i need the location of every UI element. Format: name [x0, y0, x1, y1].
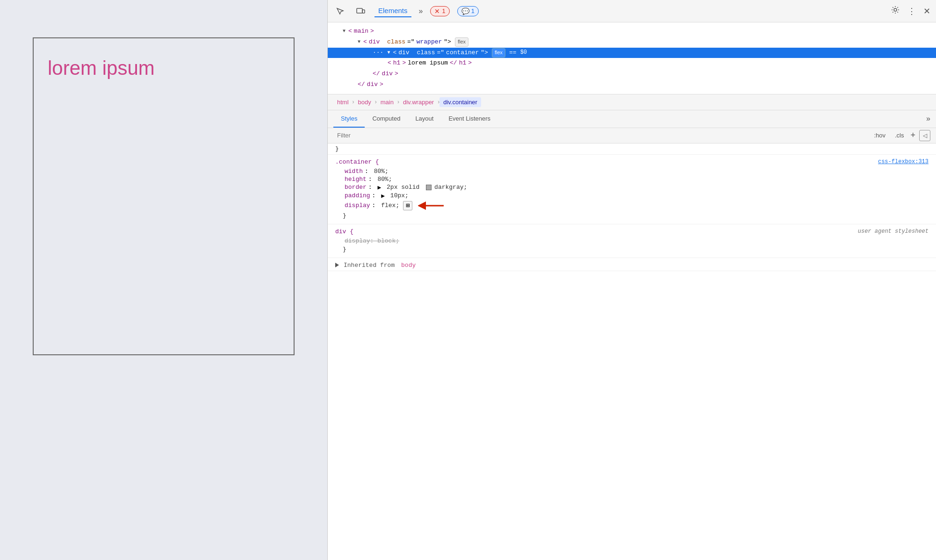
- inherited-from-header: Inherited from body: [328, 258, 936, 271]
- error-x-icon: ✕: [434, 7, 440, 15]
- devtools-panel: Elements » ✕ 1 💬 1 ⋮ ✕ ▼ <main> ▼ <div: [327, 0, 936, 560]
- inherited-from-link[interactable]: body: [401, 262, 416, 269]
- container-source[interactable]: css-flexbox:313: [878, 158, 929, 165]
- filter-bar: :hov .cls + ◁: [328, 128, 936, 144]
- more-tabs-icon[interactable]: »: [926, 115, 930, 123]
- container-rule-header: .container { css-flexbox:313: [335, 158, 929, 165]
- info-count: 1: [471, 7, 475, 14]
- styles-panel: } .container { css-flexbox:313 width: 80…: [328, 144, 936, 560]
- svg-rect-1: [362, 10, 365, 13]
- div-close-brace: }: [335, 245, 929, 254]
- browser-viewport: lorem ipsum: [0, 0, 327, 560]
- prop-padding: padding: ▶ 10px;: [335, 192, 929, 200]
- error-count: 1: [442, 7, 445, 14]
- info-icon: 💬: [461, 7, 469, 15]
- breadcrumb-bar: html › body › main › div.wrapper › div.c…: [328, 94, 936, 110]
- prop-border: border: ▶ 2px solid darkgray;: [335, 183, 929, 192]
- div-rule: div { user agent stylesheet display: blo…: [328, 224, 936, 258]
- inspect-element-icon[interactable]: [333, 5, 346, 18]
- dom-line-h1[interactable]: <h1>lorem ipsum</h1>: [328, 58, 936, 69]
- container-selector: .container {: [335, 158, 379, 165]
- container-close-brace: }: [335, 211, 929, 220]
- toggle-sidebar-button[interactable]: ◁: [919, 130, 930, 141]
- styles-tabs-row: Styles Computed Layout Event Listeners »: [328, 110, 936, 128]
- breadcrumb-html[interactable]: html: [333, 97, 353, 107]
- darkgray-swatch[interactable]: [426, 185, 432, 190]
- container-flex-badge: flex: [492, 48, 505, 57]
- hov-button[interactable]: :hov: [871, 130, 888, 140]
- info-badge[interactable]: 💬 1: [457, 6, 479, 16]
- inherited-label: Inherited from: [344, 262, 398, 269]
- lorem-heading: lorem ipsum: [38, 43, 164, 350]
- svg-point-2: [894, 8, 897, 11]
- breadcrumb-body[interactable]: body: [354, 97, 375, 107]
- tab-event-listeners[interactable]: Event Listeners: [441, 110, 498, 128]
- div-source: user agent stylesheet: [858, 228, 929, 235]
- div-selector: div {: [335, 228, 353, 235]
- flex-display-icon[interactable]: ⊞: [403, 201, 412, 210]
- error-badge[interactable]: ✕ 1: [430, 6, 449, 16]
- wrapper-flex-badge: flex: [455, 37, 468, 47]
- cls-button[interactable]: .cls: [892, 130, 907, 140]
- dom-line-main[interactable]: ▼ <main>: [328, 26, 936, 37]
- div-rule-header: div { user agent stylesheet: [335, 228, 929, 235]
- dom-line-container[interactable]: ··· ▼ <div class="container"> flex == $0: [328, 48, 936, 58]
- dom-line-close-div1[interactable]: </div>: [328, 69, 936, 79]
- tab-elements[interactable]: Elements: [374, 5, 411, 17]
- prop-height: height: 80%;: [335, 175, 929, 183]
- close-devtools-icon[interactable]: ✕: [923, 6, 930, 16]
- tab-styles[interactable]: Styles: [333, 110, 365, 128]
- container-rule: .container { css-flexbox:313 width: 80%;…: [328, 155, 936, 224]
- breadcrumb-div-wrapper[interactable]: div.wrapper: [399, 97, 438, 107]
- breadcrumb-main[interactable]: main: [377, 97, 397, 107]
- triangle-wrapper: ▼: [358, 38, 360, 46]
- dom-tree: ▼ <main> ▼ <div class="wrapper"> flex ··…: [328, 22, 936, 94]
- devtools-toolbar: Elements » ✕ 1 💬 1 ⋮ ✕: [328, 0, 936, 22]
- dom-line-wrapper[interactable]: ▼ <div class="wrapper"> flex: [328, 37, 936, 48]
- flex-arrow-annotation: [418, 201, 446, 211]
- inherited-triangle: [335, 263, 339, 267]
- demo-container: lorem ipsum: [33, 37, 295, 355]
- dom-line-close-div2[interactable]: </div>: [328, 79, 936, 90]
- add-style-button[interactable]: +: [910, 130, 915, 140]
- device-toolbar-icon[interactable]: [354, 5, 367, 18]
- prop-display-block: display: block;: [335, 237, 929, 245]
- breadcrumb-div-container[interactable]: div.container: [439, 97, 481, 107]
- prop-width: width: 80%;: [335, 167, 929, 175]
- more-tabs-chevron[interactable]: »: [419, 7, 423, 15]
- filter-input[interactable]: [333, 130, 867, 141]
- tab-layout[interactable]: Layout: [408, 110, 441, 128]
- partial-top-rule: }: [328, 144, 936, 155]
- triangle-main: ▼: [343, 28, 346, 35]
- more-options-icon[interactable]: ⋮: [907, 6, 916, 16]
- settings-icon[interactable]: [891, 5, 900, 17]
- prop-display: display: flex; ⊞: [335, 200, 929, 211]
- tag-open-bracket: <: [348, 27, 352, 36]
- tab-computed[interactable]: Computed: [365, 110, 408, 128]
- svg-rect-0: [357, 8, 362, 13]
